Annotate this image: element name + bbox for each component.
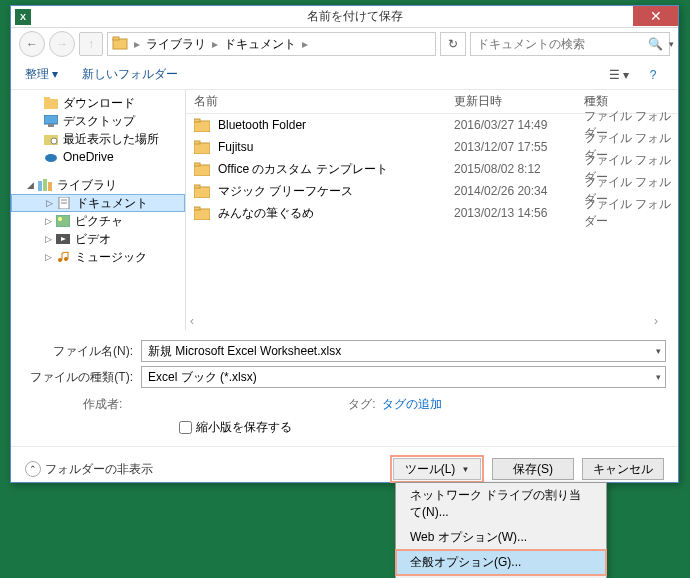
collapse-icon[interactable]: ◢ — [25, 180, 35, 190]
scrollbar[interactable]: ‹› — [190, 314, 658, 328]
tree-label: ビデオ — [75, 231, 111, 248]
file-date: 2013/02/13 14:56 — [454, 206, 584, 220]
tree-label: ミュージック — [75, 249, 147, 266]
cancel-button[interactable]: キャンセル — [582, 458, 664, 480]
dropdown-network-drive[interactable]: ネットワーク ドライブの割り当て(N)... — [396, 483, 606, 525]
svg-rect-24 — [194, 141, 200, 144]
chevron-down-icon: ▼ — [461, 465, 469, 474]
sidebar-item-onedrive[interactable]: OneDrive — [11, 148, 185, 166]
path-bar[interactable]: ▸ ライブラリ ▸ ドキュメント ▸ ▾ — [107, 32, 436, 56]
file-date: 2013/12/07 17:55 — [454, 140, 584, 154]
file-name: Bluetooth Folder — [218, 118, 454, 132]
svg-rect-23 — [194, 143, 210, 154]
sidebar-item-music[interactable]: ▷ ミュージック — [11, 248, 185, 266]
chevron-up-icon: ⌃ — [25, 461, 41, 477]
svg-rect-29 — [194, 209, 210, 220]
hide-folders-toggle[interactable]: ⌃ フォルダーの非表示 — [25, 461, 153, 478]
chevron-right-icon: ▸ — [300, 37, 310, 51]
save-as-dialog: X 名前を付けて保存 ✕ ← → ↑ ▸ ライブラリ ▸ ドキュメント ▸ ▾ … — [10, 5, 679, 483]
sidebar-item-recent[interactable]: 最近表示した場所 — [11, 130, 185, 148]
document-icon — [56, 196, 72, 210]
sidebar-item-pictures[interactable]: ▷ ピクチャ — [11, 212, 185, 230]
svg-rect-10 — [43, 179, 47, 191]
folder-icon — [194, 184, 210, 198]
thumbnail-label: 縮小版を保存する — [196, 419, 292, 436]
thumbnail-checkbox[interactable] — [179, 421, 192, 434]
close-button[interactable]: ✕ — [633, 6, 678, 26]
sidebar-item-libraries[interactable]: ◢ ライブラリ — [11, 176, 185, 194]
file-name: みんなの筆ぐるめ — [218, 205, 454, 222]
expand-icon[interactable]: ▷ — [43, 252, 53, 262]
help-button[interactable]: ? — [638, 65, 668, 85]
new-folder-button[interactable]: 新しいフォルダー — [78, 64, 182, 85]
tag-label: タグ: — [348, 396, 375, 413]
dropdown-web-options[interactable]: Web オプション(W)... — [396, 525, 606, 550]
search-input[interactable] — [477, 37, 648, 51]
back-button[interactable]: ← — [19, 31, 45, 57]
up-button[interactable]: ↑ — [79, 32, 103, 56]
folder-icon — [194, 162, 210, 176]
filename-input[interactable]: ▾ — [141, 340, 666, 362]
excel-icon: X — [15, 9, 31, 25]
filename-field[interactable] — [148, 344, 659, 358]
col-header-name[interactable]: 名前 — [194, 93, 454, 110]
tree-label: デスクトップ — [63, 113, 135, 130]
svg-point-7 — [51, 138, 57, 144]
view-options-button[interactable]: ☰ ▾ — [604, 65, 634, 85]
path-seg-documents[interactable]: ドキュメント — [220, 36, 300, 53]
nav-row: ← → ↑ ▸ ライブラリ ▸ ドキュメント ▸ ▾ ↻ 🔍 — [11, 28, 678, 60]
desktop-icon — [43, 114, 59, 128]
refresh-button[interactable]: ↻ — [440, 32, 466, 56]
tree-label: 最近表示した場所 — [63, 131, 159, 148]
expand-icon[interactable]: ▷ — [43, 216, 53, 226]
search-box[interactable]: 🔍 — [470, 32, 670, 56]
sidebar-item-desktop[interactable]: デスクトップ — [11, 112, 185, 130]
libraries-icon — [112, 36, 128, 53]
svg-rect-3 — [44, 97, 50, 100]
hide-folders-label: フォルダーの非表示 — [45, 461, 153, 478]
expand-icon[interactable]: ▷ — [43, 234, 53, 244]
content-area: ダウンロード デスクトップ 最近表示した場所 OneDrive ◢ ライブラリ — [11, 90, 678, 330]
svg-rect-5 — [48, 124, 54, 127]
chevron-down-icon[interactable]: ▾ — [656, 372, 661, 382]
svg-rect-2 — [44, 99, 58, 109]
search-icon: 🔍 — [648, 37, 663, 51]
tree-label: ライブラリ — [57, 177, 117, 194]
svg-rect-30 — [194, 207, 200, 210]
file-row[interactable]: みんなの筆ぐるめ2013/02/13 14:56ファイル フォルダー — [186, 202, 678, 224]
filetype-value: Excel ブック (*.xlsx) — [148, 369, 257, 386]
filetype-select[interactable]: Excel ブック (*.xlsx) ▾ — [141, 366, 666, 388]
titlebar: X 名前を付けて保存 ✕ — [11, 6, 678, 28]
svg-rect-15 — [56, 215, 70, 227]
tree-label: OneDrive — [63, 150, 114, 164]
path-seg-libraries[interactable]: ライブラリ — [142, 36, 210, 53]
file-date: 2015/08/02 8:12 — [454, 162, 584, 176]
svg-rect-21 — [194, 121, 210, 132]
svg-rect-11 — [48, 182, 52, 191]
svg-rect-28 — [194, 185, 200, 188]
tools-button[interactable]: ツール(L) ▼ — [393, 458, 481, 480]
sidebar-item-videos[interactable]: ▷ ビデオ — [11, 230, 185, 248]
tag-value[interactable]: タグの追加 — [382, 396, 442, 413]
chevron-right-icon: ▸ — [210, 37, 220, 51]
save-button[interactable]: 保存(S) — [492, 458, 574, 480]
music-icon — [55, 250, 71, 264]
file-name: マジック ブリーフケース — [218, 183, 454, 200]
expand-icon[interactable]: ▷ — [44, 198, 54, 208]
author-label: 作成者: — [83, 396, 122, 413]
chevron-down-icon[interactable]: ▾ — [656, 346, 661, 356]
organize-button[interactable]: 整理 ▾ — [21, 64, 62, 85]
forward-button[interactable]: → — [49, 31, 75, 57]
sidebar-item-downloads[interactable]: ダウンロード — [11, 94, 185, 112]
col-header-date[interactable]: 更新日時 — [454, 93, 584, 110]
dropdown-general-options[interactable]: 全般オプション(G)... — [395, 549, 607, 576]
svg-point-19 — [58, 258, 62, 262]
tools-highlight: ツール(L) ▼ — [390, 455, 484, 483]
videos-icon — [55, 232, 71, 246]
chevron-down-icon[interactable]: ▾ — [669, 39, 674, 49]
sidebar-item-documents[interactable]: ▷ ドキュメント — [11, 194, 185, 212]
folder-icon — [194, 206, 210, 220]
svg-rect-4 — [44, 115, 58, 124]
tree-label: ダウンロード — [63, 95, 135, 112]
file-type: ファイル フォルダー — [584, 196, 678, 230]
